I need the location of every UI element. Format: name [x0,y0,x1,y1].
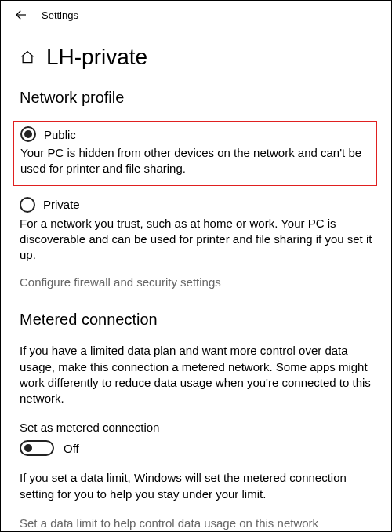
radio-icon [20,126,36,142]
home-icon[interactable] [20,49,35,65]
radio-private-label: Private [43,198,80,211]
data-limit-link[interactable]: Set a data limit to help control data us… [20,516,372,530]
radio-icon [20,197,35,213]
firewall-settings-link[interactable]: Configure firewall and security settings [20,275,372,289]
data-limit-note: If you set a data limit, Windows will se… [20,470,372,502]
private-description: For a network you trust, such as at home… [20,216,372,264]
radio-private[interactable]: Private [20,197,372,213]
metered-toggle[interactable] [20,440,54,456]
metered-intro: If you have a limited data plan and want… [20,343,372,406]
metered-toggle-label: Set as metered connection [20,421,372,434]
back-button[interactable] [5,1,37,29]
radio-public-label: Public [44,128,76,141]
network-profile-heading: Network profile [20,89,372,107]
metered-toggle-state: Off [64,442,79,455]
back-arrow-icon [14,8,28,22]
radio-public[interactable]: Public [20,126,370,142]
public-option-highlight: Public Your PC is hidden from other devi… [13,121,377,186]
toggle-knob [24,444,32,452]
window-title: Settings [42,9,78,21]
public-description: Your PC is hidden from other devices on … [20,145,370,177]
page-title: LH-private [46,45,147,70]
metered-heading: Metered connection [20,311,372,329]
